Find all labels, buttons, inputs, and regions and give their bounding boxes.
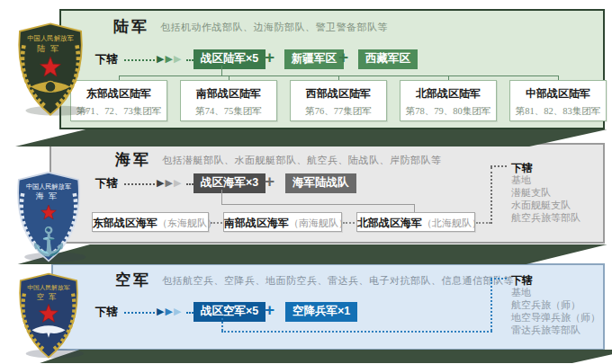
chevron-icon: ▶ <box>174 177 182 188</box>
army-panel: 陆军 包括机动作战部队、边海防部队、警卫警备部队等 下辖 ▶▶▶ 战区陆军×5 … <box>59 9 605 129</box>
dotted-line <box>124 183 155 185</box>
fold-band <box>0 244 612 264</box>
list-item: 航空兵旅（师） <box>511 298 600 311</box>
unit-name: 西部战区陆军 <box>291 86 386 102</box>
arrow-chevrons-icon: ▶▶▶ <box>157 306 182 316</box>
plus-sign: + <box>265 173 274 190</box>
unit-detail: 第81、82、83集团军 <box>510 105 606 118</box>
list-item: 基地 <box>511 173 580 186</box>
svg-text:中国人民解放军: 中国人民解放军 <box>27 284 70 291</box>
unit-detail: （北海舰队） <box>422 218 482 228</box>
chevron-icon: ▶ <box>165 177 173 188</box>
marine-corps-box: 海军陆战队 <box>285 173 356 193</box>
plus-sign: + <box>338 49 348 66</box>
chevron-icon: ▶ <box>165 53 173 64</box>
western-theater-army-box: 西部战区陆军 第76、77集团军 <box>290 80 387 121</box>
dotted-line <box>124 59 155 61</box>
svg-text:中国人民解放军: 中国人民解放军 <box>27 34 74 42</box>
dotted-line-vertical <box>221 318 223 331</box>
unit-name: 中部战区陆军 <box>510 86 606 102</box>
northern-theater-army-box: 北部战区陆军 第78、79、80集团军 <box>400 80 497 121</box>
unit-name: 南部战区陆军 <box>181 86 276 102</box>
unit-detail: 第74、75集团军 <box>181 105 276 118</box>
northern-theater-navy-box: 北部战区海军（北海舰队） <box>356 212 475 232</box>
dotted-line <box>490 278 507 280</box>
connector-line <box>221 204 414 205</box>
chevron-icon: ▶ <box>174 53 182 64</box>
army-theater-command-box: 战区陆军×5 <box>194 49 266 69</box>
eastern-theater-navy-box: 东部战区海军（东海舰队） <box>92 212 209 232</box>
tibet-military-district-box: 西藏军区 <box>358 49 418 69</box>
unit-detail: （东海舰队） <box>158 218 217 228</box>
southern-theater-army-box: 南部战区陆军 第74、75集团军 <box>180 80 277 121</box>
navy-sublist: 基地 潜艇支队 水面舰艇支队 航空兵旅等部队 <box>511 173 580 224</box>
svg-text:⚓: ⚓ <box>32 225 67 258</box>
dotted-line-vertical <box>490 280 492 331</box>
unit-name: 东部战区海军 <box>93 217 158 229</box>
army-badge-icon: 中国人民解放军 陆军 <box>9 22 92 119</box>
xinjiang-military-district-box: 新疆军区 <box>284 49 344 69</box>
dotted-line <box>476 222 490 224</box>
chevron-icon: ▶ <box>165 306 173 316</box>
list-item: 基地 <box>511 286 600 298</box>
pla-structure-diagram: 陆军 包括机动作战部队、边海防部队、警卫警备部队等 下辖 ▶▶▶ 战区陆军×5 … <box>0 0 612 364</box>
list-item: 航空兵旅等部队 <box>511 211 580 224</box>
fold-band <box>0 129 612 146</box>
list-item: 潜艇支队 <box>511 186 580 199</box>
svg-text:空军: 空军 <box>36 292 60 301</box>
arrow-chevrons-icon: ▶▶▶ <box>157 178 182 188</box>
svg-text:陆军: 陆军 <box>37 44 63 53</box>
unit-detail: （南海舰队） <box>289 218 348 228</box>
army-subordinate-label: 下辖 <box>95 52 118 67</box>
plus-sign: + <box>265 301 274 318</box>
connector-line <box>414 204 415 212</box>
fold-band <box>0 350 612 363</box>
dotted-line <box>124 312 155 314</box>
dotted-line <box>186 312 194 314</box>
army-description: 包括机动作战部队、边海防部队、警卫警备部队等 <box>160 21 388 34</box>
navy-description: 包括潜艇部队、水面舰艇部队、航空兵、陆战队、岸防部队等 <box>162 154 442 167</box>
navy-badge-icon: 中国人民解放军 海军 ⚓ <box>7 171 90 264</box>
navy-subordinate-label: 下辖 <box>95 176 118 191</box>
unit-detail: 第76、77集团军 <box>291 105 386 118</box>
air-description: 包括航空兵、空降兵、地面防空兵、雷达兵、电子对抗部队、信息通信部队等 <box>162 274 514 288</box>
dotted-line <box>186 59 194 61</box>
air-theater-command-box: 战区空军×5 <box>194 302 266 322</box>
air-subordinate-label: 下辖 <box>95 305 118 320</box>
dotted-line <box>490 165 507 167</box>
navy-panel: 海军 包括潜艇部队、水面舰艇部队、航空兵、陆战队、岸防部队等 下辖 ▶▶▶ 战区… <box>50 143 605 244</box>
chevron-icon: ▶ <box>174 306 182 316</box>
army-title: 陆军 <box>113 16 149 37</box>
arrow-chevrons-icon: ▶▶▶ <box>157 54 182 64</box>
unit-name: 北部战区海军 <box>357 217 422 229</box>
list-item: 水面舰艇支队 <box>511 199 580 211</box>
svg-text:海军: 海军 <box>36 191 62 200</box>
svg-text:中国人民解放军: 中国人民解放军 <box>26 182 71 191</box>
central-theater-army-box: 中部战区陆军 第81、82、83集团军 <box>509 80 607 121</box>
list-item: 雷达兵旅等部队 <box>511 324 600 336</box>
dotted-line <box>343 222 355 224</box>
connector-line <box>221 190 222 204</box>
dotted-line <box>186 183 194 185</box>
dotted-line-vertical <box>490 167 492 224</box>
unit-name: 北部战区陆军 <box>400 86 496 102</box>
air-force-panel: 空军 包括航空兵、空降兵、地面防空兵、雷达兵、电子对抗部队、信息通信部队等 下辖… <box>51 263 605 351</box>
southern-theater-navy-box: 南部战区海军（南海舰队） <box>223 212 342 232</box>
navy-theater-command-box: 战区海军×3 <box>194 173 266 193</box>
navy-title: 海军 <box>115 149 151 170</box>
air-force-badge-icon: 中国人民解放军 空军 <box>9 272 88 360</box>
unit-detail: 第78、79、80集团军 <box>400 105 496 118</box>
dotted-line <box>211 222 222 224</box>
air-title: 空军 <box>115 270 151 290</box>
list-item: 地空导弹兵旅（师） <box>511 311 600 324</box>
dotted-line <box>221 331 492 333</box>
airborne-corps-box: 空降兵军×1 <box>285 302 357 322</box>
air-sublist: 基地 航空兵旅（师） 地空导弹兵旅（师） 雷达兵旅等部队 <box>511 286 600 336</box>
unit-name: 南部战区海军 <box>224 217 289 229</box>
connector-line <box>221 66 222 75</box>
plus-sign: + <box>265 49 274 66</box>
